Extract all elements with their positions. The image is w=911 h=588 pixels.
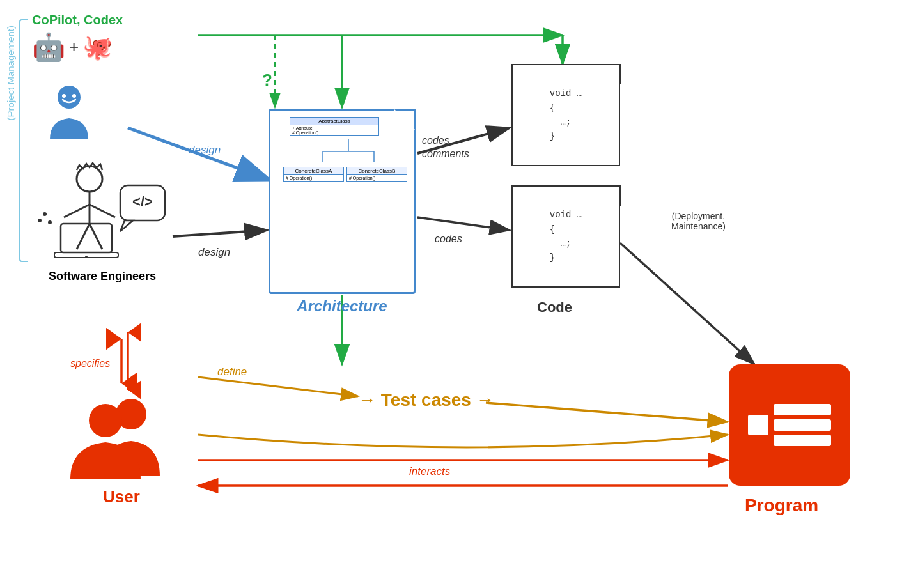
program-bar-line-2 bbox=[774, 419, 831, 431]
architecture-box: AbstractClass + Attribute # Operation() bbox=[269, 109, 416, 294]
uml-concrete-a: ConcreteClassA # Operation() bbox=[283, 167, 344, 182]
program-label: Program bbox=[745, 495, 818, 516]
uml-abstract-body: + Attribute # Operation() bbox=[290, 125, 378, 135]
uml-concrete-b-body: # Operation() bbox=[347, 175, 407, 181]
uml-concrete-a-body: # Operation() bbox=[284, 175, 343, 181]
svg-line-16 bbox=[417, 217, 510, 230]
design-blue-label: design bbox=[189, 144, 221, 157]
code-box-2: void … { …; } bbox=[511, 185, 620, 288]
uml-abstract-header: AbstractClass bbox=[290, 118, 378, 125]
code-box-1: void … { …; } bbox=[511, 64, 620, 166]
code-text-1: void … { …; } bbox=[550, 86, 582, 144]
program-bar-line-3 bbox=[774, 435, 831, 446]
copilot-label: CoPilot, Codex bbox=[32, 13, 123, 27]
svg-point-39 bbox=[38, 219, 42, 222]
uml-concrete-classes: ConcreteClassA # Operation() ConcreteCla… bbox=[283, 167, 407, 182]
specifies-label: specifies bbox=[70, 358, 110, 369]
se-label: Software Engineers bbox=[26, 270, 179, 283]
test-cases-label: → Test cases → bbox=[358, 390, 494, 410]
svg-line-20 bbox=[486, 403, 728, 422]
design-black-label: design bbox=[198, 246, 230, 259]
svg-line-31 bbox=[64, 205, 90, 217]
svg-point-29 bbox=[77, 166, 102, 192]
uml-abstract-class: AbstractClass + Attribute # Operation() bbox=[290, 117, 379, 136]
copilot-robot-icon: 🤖 bbox=[32, 31, 65, 63]
svg-point-26 bbox=[58, 86, 81, 109]
svg-line-14 bbox=[173, 230, 267, 236]
software-engineers-area: </> Software Engineers bbox=[26, 160, 179, 283]
svg-point-37 bbox=[85, 256, 88, 258]
codes-label: codes bbox=[435, 233, 462, 245]
diagram-container: (Project Management) CoPilot, Codex 🤖 + … bbox=[0, 0, 911, 588]
uml-diagram: AbstractClass + Attribute # Operation() bbox=[277, 117, 407, 286]
svg-point-38 bbox=[43, 212, 47, 216]
deployment-label: (Deployment, Maintenance) bbox=[671, 211, 726, 231]
program-icon-sq bbox=[748, 415, 768, 435]
svg-point-28 bbox=[72, 94, 76, 98]
manager-person bbox=[43, 83, 95, 143]
plus-icon: + bbox=[69, 37, 79, 57]
project-management-label: (Project Management) bbox=[5, 26, 16, 120]
svg-line-33 bbox=[77, 224, 90, 249]
define-label: define bbox=[217, 366, 247, 378]
uml-concrete-b: ConcreteClassB # Operation() bbox=[346, 167, 407, 182]
copilot-icons: 🤖 + 🐙 bbox=[32, 31, 123, 63]
svg-line-32 bbox=[90, 205, 115, 217]
interacts-label: interacts bbox=[409, 465, 450, 478]
architecture-label: Architecture bbox=[269, 297, 416, 315]
svg-point-40 bbox=[48, 220, 52, 224]
code-text-2: void … { …; } bbox=[550, 208, 582, 265]
question-mark-label: ? bbox=[262, 70, 272, 90]
program-bar-1 bbox=[748, 404, 831, 446]
svg-line-19 bbox=[198, 377, 358, 396]
svg-line-18 bbox=[620, 243, 754, 364]
user-label: User bbox=[58, 487, 185, 507]
user-area: User bbox=[58, 396, 185, 507]
svg-point-27 bbox=[62, 94, 66, 98]
svg-marker-42 bbox=[120, 220, 133, 231]
svg-text:</>: </> bbox=[132, 194, 153, 210]
github-icon: 🐙 bbox=[82, 33, 113, 61]
svg-line-34 bbox=[90, 224, 102, 249]
program-bar-line-1 bbox=[774, 404, 831, 415]
copilot-area: CoPilot, Codex 🤖 + 🐙 bbox=[32, 13, 123, 63]
uml-concrete-b-header: ConcreteClassB bbox=[347, 167, 407, 175]
svg-point-50 bbox=[89, 404, 122, 437]
codes-comments-label: codes, comments bbox=[422, 134, 469, 161]
program-box bbox=[729, 364, 850, 486]
code-label: Code bbox=[537, 299, 572, 316]
uml-concrete-a-header: ConcreteClassA bbox=[284, 167, 343, 175]
